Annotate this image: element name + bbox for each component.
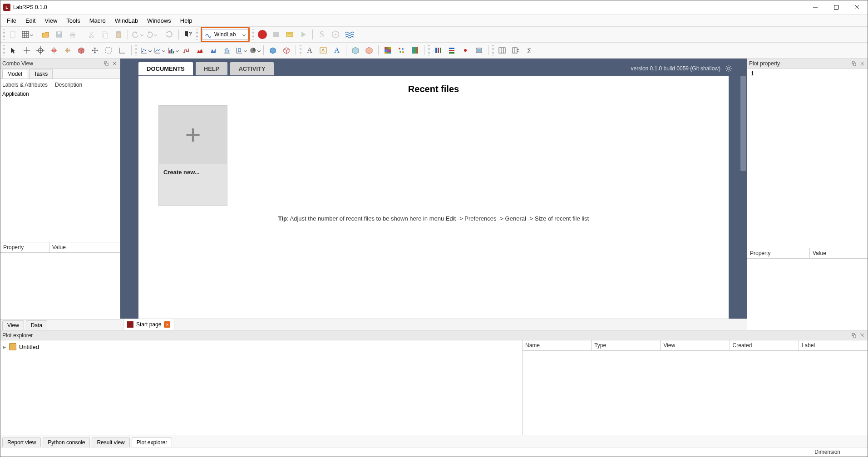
tab-data[interactable]: Data <box>26 320 47 330</box>
vertical-scrollbar[interactable] <box>740 76 747 319</box>
toolbar-grip[interactable] <box>428 45 430 55</box>
save-icon[interactable] <box>53 28 65 41</box>
table-cols-icon[interactable] <box>496 44 508 57</box>
start-tab-documents[interactable]: DOCUMENTS <box>138 62 193 75</box>
doc-tab-close-icon[interactable]: × <box>164 321 170 328</box>
start-tab-activity[interactable]: ACTIVITY <box>230 62 273 75</box>
sigma-icon[interactable]: Σ <box>523 44 536 57</box>
pie-plot-icon[interactable] <box>248 44 261 57</box>
stop-icon[interactable] <box>270 28 282 41</box>
play-icon[interactable] <box>297 28 310 41</box>
close-button[interactable] <box>847 0 868 14</box>
cube-outline-icon[interactable] <box>280 44 293 57</box>
toolbar-grip[interactable] <box>196 29 198 39</box>
plot-explorer-tree[interactable]: ▸ Untitled <box>0 340 522 435</box>
text-color-icon[interactable]: A <box>330 44 343 57</box>
stem-plot-icon[interactable] <box>221 44 233 57</box>
undo-icon[interactable] <box>131 28 143 41</box>
box-plot-icon[interactable] <box>234 44 247 57</box>
tab-tasks[interactable]: Tasks <box>29 69 53 79</box>
menu-tools[interactable]: Tools <box>62 15 84 26</box>
target-icon[interactable] <box>34 44 47 57</box>
panel-close-icon[interactable] <box>111 60 118 67</box>
tab-report-view[interactable]: Report view <box>2 437 41 447</box>
workbench-selector[interactable]: WindLab <box>201 27 250 42</box>
record-icon[interactable] <box>256 28 269 41</box>
toolbar-grip[interactable] <box>3 45 5 55</box>
doc-tab-start-page[interactable]: Start page × <box>123 319 174 330</box>
edit-macro-icon[interactable] <box>283 28 296 41</box>
bar-plot-icon[interactable] <box>166 44 179 57</box>
create-new-card[interactable]: + Create new... <box>158 105 227 206</box>
line-plot-icon[interactable] <box>153 44 165 57</box>
simulation-s-icon[interactable]: S <box>316 28 328 41</box>
cut-icon[interactable] <box>85 28 98 41</box>
scatter-plot-icon[interactable] <box>139 44 152 57</box>
col-created[interactable]: Created <box>730 340 799 350</box>
col-name[interactable]: Name <box>523 340 592 350</box>
whats-this-icon[interactable]: ? <box>182 28 194 41</box>
menu-view[interactable]: View <box>40 15 62 26</box>
panel-float-icon[interactable] <box>850 332 858 339</box>
toolbar-grip[interactable] <box>135 45 137 55</box>
hex-blue-icon[interactable] <box>349 44 362 57</box>
tab-result-view[interactable]: Result view <box>92 437 129 447</box>
waves-icon[interactable] <box>343 28 355 41</box>
col-view[interactable]: View <box>661 340 730 350</box>
toolbar-grip[interactable] <box>3 29 5 39</box>
panel-float-icon[interactable] <box>103 60 110 67</box>
toolbar-grip[interactable] <box>252 29 254 39</box>
col-type[interactable]: Type <box>592 340 661 350</box>
status-dimension[interactable]: Dimension <box>814 449 840 455</box>
panel-close-icon[interactable] <box>858 60 866 67</box>
step-plot-icon[interactable] <box>180 44 192 57</box>
paste-icon[interactable] <box>112 28 125 41</box>
col-label[interactable]: Label <box>799 340 868 350</box>
panel-close-icon[interactable] <box>858 332 866 339</box>
columns-icon[interactable] <box>432 44 444 57</box>
pointer-icon[interactable] <box>7 44 20 57</box>
pan-icon[interactable] <box>61 44 74 57</box>
tree-root-application[interactable]: Application <box>2 89 118 99</box>
toolbar-grip[interactable] <box>300 45 301 55</box>
open-icon[interactable] <box>39 28 52 41</box>
text-style-icon[interactable]: A <box>317 44 330 57</box>
select-rect-icon[interactable] <box>102 44 115 57</box>
maximize-button[interactable] <box>826 0 847 14</box>
menu-windows[interactable]: Windows <box>143 15 176 26</box>
menu-windlab[interactable]: WindLab <box>110 15 143 26</box>
plot-property-body[interactable]: 1 <box>747 69 868 248</box>
fill-plot-icon[interactable] <box>207 44 220 57</box>
hex-color-icon[interactable] <box>363 44 375 57</box>
plugin-hex-icon[interactable]: + <box>329 28 342 41</box>
menu-edit[interactable]: Edit <box>21 15 40 26</box>
rows-icon[interactable] <box>445 44 458 57</box>
minimize-button[interactable] <box>805 0 826 14</box>
heatmap2-icon[interactable] <box>395 44 408 57</box>
plot-explorer-root[interactable]: ▸ Untitled <box>3 343 519 350</box>
frame-icon[interactable] <box>473 44 485 57</box>
panel-float-icon[interactable] <box>850 60 858 67</box>
redo-icon[interactable] <box>144 28 157 41</box>
tab-model[interactable]: Model <box>2 69 27 79</box>
tab-python-console[interactable]: Python console <box>43 437 90 447</box>
copy-icon[interactable] <box>99 28 111 41</box>
cube-blue-icon[interactable] <box>266 44 279 57</box>
crosshair-icon[interactable] <box>20 44 33 57</box>
heatmap3-icon[interactable] <box>409 44 421 57</box>
tab-plot-explorer[interactable]: Plot explorer <box>132 437 172 447</box>
dot-icon[interactable] <box>459 44 472 57</box>
refresh-icon[interactable] <box>163 28 176 41</box>
tab-view[interactable]: View <box>2 320 24 330</box>
toolbar-grip[interactable] <box>492 45 494 55</box>
grid-icon[interactable] <box>20 28 33 41</box>
menu-help[interactable]: Help <box>176 15 197 26</box>
start-tab-help[interactable]: HELP <box>196 62 228 75</box>
print-icon[interactable] <box>66 28 79 41</box>
box-3d-icon[interactable] <box>75 44 88 57</box>
table-sort-icon[interactable] <box>509 44 522 57</box>
heatmap1-icon[interactable] <box>381 44 394 57</box>
text-a-icon[interactable]: A <box>303 44 316 57</box>
area-plot-icon[interactable] <box>193 44 206 57</box>
axes-icon[interactable] <box>116 44 128 57</box>
